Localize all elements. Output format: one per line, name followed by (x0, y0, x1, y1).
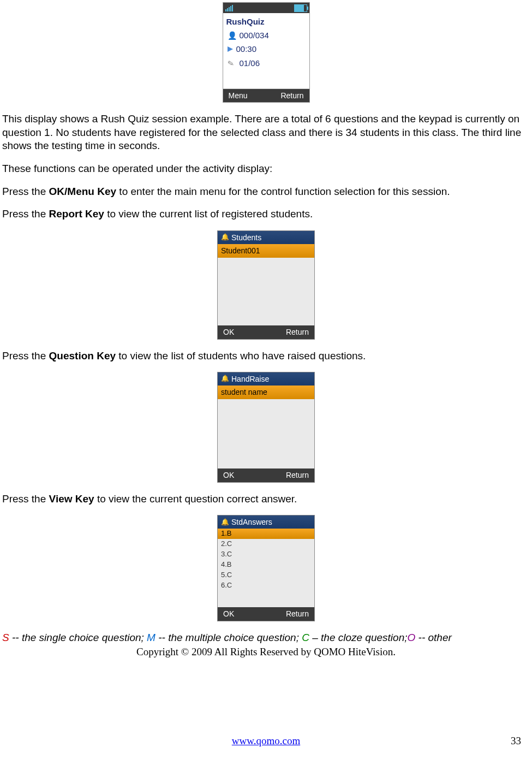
stdanswers-header: 🔔StdAnswers (218, 515, 314, 529)
handraise-body (218, 399, 314, 469)
return-button: Return (286, 470, 309, 480)
report-instruction: Press the Report Key to view the current… (2, 207, 530, 221)
bell-icon: 🔔 (221, 233, 229, 242)
legend-m: M (147, 632, 156, 643)
okmenu-key-label: OK/Menu Key (49, 186, 117, 197)
battery-icon (294, 4, 307, 12)
description-para-1: This display shows a Rush Quiz session e… (2, 112, 530, 153)
handraise-screenshot: 🔔HandRaise student name OK Return (217, 372, 315, 482)
bell-icon: 🔔 (221, 518, 229, 527)
answer-5: 5.C (218, 570, 314, 580)
description-para-2: These functions can be operated under th… (2, 162, 530, 176)
phone-body: RushQuiz 👤000/034 00:30 ✎01/06 (223, 13, 309, 89)
studentname-row: student name (218, 386, 314, 399)
phone-status-bar (223, 3, 309, 13)
handraise-header: 🔔HandRaise (218, 372, 314, 386)
students-body (218, 258, 314, 325)
pencil-icon: ✎ (226, 58, 237, 68)
app-title: RushQuiz (226, 15, 306, 28)
report-key-label: Report Key (49, 208, 104, 220)
return-button: Return (286, 609, 309, 619)
bell-icon: 🔔 (221, 375, 229, 383)
answer-4: 4.B (218, 560, 314, 570)
students-row: 👤000/034 (226, 28, 306, 43)
ok-button: OK (223, 609, 234, 619)
legend-line: S -- the single choice question; M -- th… (2, 631, 530, 645)
answers-body: 1.B 2.C 3.C 4.B 5.C 6.C (218, 529, 314, 607)
rushquiz-screenshot: RushQuiz 👤000/034 00:30 ✎01/06 Menu Retu… (223, 2, 310, 103)
page-footer: www.qomo.com (0, 734, 532, 748)
time-value: 00:30 (236, 44, 257, 55)
ok-button: OK (223, 327, 234, 337)
question-key-label: Question Key (49, 350, 116, 361)
handraise-footer: OK Return (218, 469, 314, 482)
stdanswers-footer: OK Return (218, 607, 314, 621)
menu-button: Menu (229, 91, 248, 100)
students-header: 🔔Students (218, 231, 314, 244)
page-number: 33 (511, 734, 521, 748)
play-icon (228, 46, 233, 52)
ok-button: OK (223, 470, 234, 480)
answer-2: 2.C (218, 539, 314, 549)
question-instruction: Press the Question Key to view the list … (2, 349, 530, 363)
legend-s: S (2, 632, 9, 643)
answer-3: 3.C (218, 549, 314, 560)
question-value: 01/06 (240, 58, 260, 69)
person-icon: 👤 (228, 31, 236, 39)
url-link[interactable]: www.qomo.com (232, 735, 300, 746)
view-instruction: Press the View Key to view the current q… (2, 493, 530, 506)
legend-c: C (302, 632, 309, 643)
students-count: 000/034 (240, 30, 269, 41)
question-row: ✎01/06 (226, 56, 306, 70)
student-row: Student001 (218, 244, 314, 257)
students-footer: OK Return (218, 325, 314, 339)
okmenu-instruction: Press the OK/Menu Key to enter the main … (2, 185, 530, 199)
stdanswers-screenshot: 🔔StdAnswers 1.B 2.C 3.C 4.B 5.C 6.C OK R… (217, 515, 315, 621)
return-button: Return (286, 327, 309, 337)
answer-1: 1.B (218, 529, 314, 539)
signal-icon (225, 5, 233, 11)
view-key-label: View Key (49, 493, 94, 505)
legend-o: O (408, 632, 416, 643)
answer-6: 6.C (218, 580, 314, 591)
time-row: 00:30 (226, 42, 306, 56)
return-button: Return (280, 91, 303, 100)
copyright: Copyright © 2009 All Rights Reserved by … (2, 645, 530, 659)
students-screenshot: 🔔Students Student001 OK Return (217, 230, 315, 339)
phone-footer: Menu Return (223, 89, 309, 102)
